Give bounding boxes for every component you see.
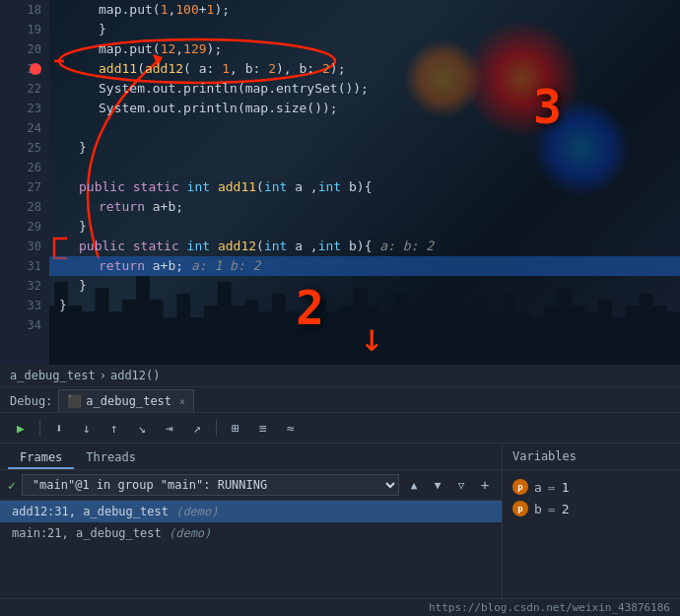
debug-toolbar: ▶ ⬇ ↓ ↑ ↘ ⇥ ↗ ⊞ ≡ ≈ (0, 413, 680, 444)
toolbar-settings[interactable]: ≈ (280, 417, 302, 439)
code-line-31: return a+b; a: 1 b: 2 (49, 256, 680, 276)
var-eq-1: = (548, 502, 556, 516)
frame-item-0[interactable]: add12:31, a_debug_test (demo) (0, 501, 502, 522)
frames-panel: Frames Threads ✓ "main"@1 in group "main… (0, 444, 503, 598)
code-line-32: } (49, 276, 680, 296)
line-num-34: 34 (0, 315, 49, 335)
var-name-1: b (534, 502, 542, 516)
line-num-19: 19 (0, 20, 49, 39)
code-line-19: } (49, 20, 680, 39)
line-num-29: 29 (0, 217, 49, 237)
toolbar-step-into[interactable]: ↓ (76, 417, 98, 439)
var-badge-1: p (512, 501, 528, 516)
var-badge-0: p (512, 479, 528, 495)
code-line-24 (49, 118, 680, 138)
thread-selector: ✓ "main"@1 in group "main": RUNNING ▲ ▼ … (0, 470, 502, 501)
line-num-31: 31 (0, 256, 49, 276)
sub-tabs: Frames Threads (0, 444, 502, 470)
toolbar-run-cursor[interactable]: ↘ (131, 417, 153, 439)
breadcrumb: a_debug_test › add12() (0, 365, 680, 387)
debug-main: Frames Threads ✓ "main"@1 in group "main… (0, 444, 680, 598)
toolbar-step-over[interactable]: ⬇ (48, 417, 70, 439)
tab-threads[interactable]: Threads (74, 447, 148, 469)
code-line-34 (49, 315, 680, 335)
status-url: https://blog.csdn.net/weixin_43876186 (429, 601, 670, 614)
line-num-33: 33 (0, 296, 49, 315)
toolbar-resume[interactable]: ▶ (10, 417, 32, 439)
var-val-1: 2 (562, 502, 570, 516)
debug-tab-label: a_debug_test (86, 394, 171, 408)
code-line-26 (49, 158, 680, 177)
var-eq-0: = (548, 480, 556, 495)
var-item-1: p b = 2 (512, 498, 670, 519)
line-num-23: 23 (0, 99, 49, 118)
code-line-18: map.put(1,100+1); (49, 0, 680, 20)
code-line-27: public static int add11(int a ,int b){ (49, 177, 680, 197)
breadcrumb-project: a_debug_test (10, 369, 96, 382)
debug-tab-icon: ⬛ (67, 394, 82, 408)
line-num-26: 26 (0, 158, 49, 177)
toolbar-eval-expr[interactable]: ↗ (186, 417, 208, 439)
code-content: map.put(1,100+1);}map.put(12,129);add11(… (49, 0, 680, 335)
variables-panel: Variables p a = 1 p b = 2 (503, 444, 680, 598)
line-num-27: 27 (0, 177, 49, 197)
breadcrumb-sep: › (100, 369, 106, 382)
line-num-32: 32 (0, 276, 49, 296)
code-line-21: add11(add12( a: 1, b: 2), b: 2); (49, 59, 680, 79)
toolbar-step-out[interactable]: ↑ (103, 417, 125, 439)
code-line-23: System.out.println(map.size()); (49, 99, 680, 118)
frame-item-1[interactable]: main:21, a_debug_test (demo) (0, 522, 502, 544)
editor-area: 1819202122232425262728293031323334 map.p… (0, 0, 680, 365)
frames-list: add12:31, a_debug_test (demo)main:21, a_… (0, 501, 502, 598)
line-num-30: 30 (0, 237, 49, 256)
line-num-24: 24 (0, 118, 49, 138)
code-line-25: } (49, 138, 680, 158)
breadcrumb-method: add12() (110, 369, 161, 382)
toolbar-layout[interactable]: ≡ (252, 417, 274, 439)
line-num-28: 28 (0, 197, 49, 217)
code-line-29: } (49, 217, 680, 237)
thread-check-icon: ✓ (8, 478, 16, 493)
status-bar: https://blog.csdn.net/weixin_43876186 (0, 598, 680, 616)
toolbar-watches[interactable]: ⊞ (225, 417, 246, 439)
thread-filter[interactable]: ▽ (452, 476, 470, 494)
thread-dropdown[interactable]: "main"@1 in group "main": RUNNING (22, 474, 399, 496)
debug-tab-close[interactable]: × (179, 396, 185, 407)
line-num-22: 22 (0, 79, 49, 99)
line-num-20: 20 (0, 39, 49, 59)
toolbar-eval[interactable]: ⇥ (159, 417, 180, 439)
debug-tabs-bar: Debug: ⬛ a_debug_test × (0, 387, 680, 413)
var-item-0: p a = 1 (512, 476, 670, 498)
code-line-22: System.out.println(map.entrySet()); (49, 79, 680, 99)
line-num-21: 21 (0, 59, 49, 79)
thread-next[interactable]: ▼ (429, 476, 446, 494)
code-line-20: map.put(12,129); (49, 39, 680, 59)
line-num-25: 25 (0, 138, 49, 158)
line-numbers: 1819202122232425262728293031323334 (0, 0, 49, 365)
line-num-18: 18 (0, 0, 49, 20)
code-line-33: } (49, 296, 680, 315)
debug-tab-main[interactable]: ⬛ a_debug_test × (58, 389, 194, 412)
tab-frames[interactable]: Frames (8, 447, 74, 469)
code-line-28: return a+b; (49, 197, 680, 217)
thread-add[interactable]: + (476, 476, 494, 494)
var-val-0: 1 (562, 480, 570, 495)
thread-prev[interactable]: ▲ (405, 476, 423, 494)
variables-list: p a = 1 p b = 2 (503, 470, 680, 598)
var-name-0: a (534, 480, 542, 495)
code-line-30: public static int add12(int a ,int b){ a… (49, 237, 680, 256)
toolbar-sep-1 (39, 420, 40, 436)
debug-panel: a_debug_test › add12() Debug: ⬛ a_debug_… (0, 365, 680, 616)
toolbar-sep-2 (216, 420, 217, 436)
debug-label: Debug: (10, 390, 52, 412)
variables-header: Variables (503, 444, 680, 470)
